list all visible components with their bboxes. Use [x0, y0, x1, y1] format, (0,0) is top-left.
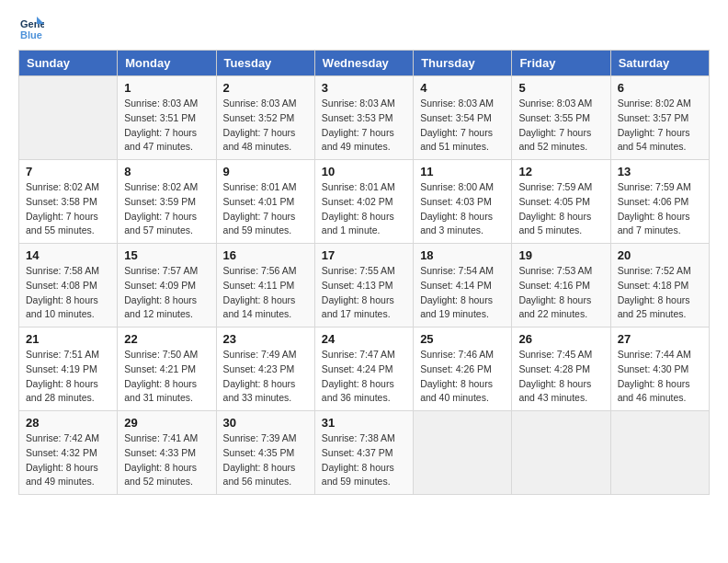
day-info: Sunrise: 7:44 AMSunset: 4:30 PMDaylight:… — [618, 348, 702, 406]
day-info: Sunrise: 7:59 AMSunset: 4:06 PMDaylight:… — [618, 180, 702, 238]
day-number: 23 — [223, 332, 308, 346]
day-cell: 18Sunrise: 7:54 AMSunset: 4:14 PMDayligh… — [414, 244, 512, 327]
day-info: Sunrise: 7:45 AMSunset: 4:28 PMDaylight:… — [518, 348, 603, 406]
day-cell: 22Sunrise: 7:50 AMSunset: 4:21 PMDayligh… — [118, 327, 216, 411]
day-info: Sunrise: 8:02 AMSunset: 3:59 PMDaylight:… — [124, 180, 209, 238]
day-number: 15 — [124, 248, 209, 262]
week-row-2: 7Sunrise: 8:02 AMSunset: 3:58 PMDaylight… — [19, 160, 710, 244]
day-info: Sunrise: 7:50 AMSunset: 4:21 PMDaylight:… — [124, 348, 209, 406]
day-cell: 27Sunrise: 7:44 AMSunset: 4:30 PMDayligh… — [610, 327, 709, 411]
svg-text:Blue: Blue — [20, 29, 42, 40]
day-number: 27 — [618, 332, 702, 346]
day-cell: 10Sunrise: 8:01 AMSunset: 4:02 PMDayligh… — [314, 160, 413, 244]
header-row: SundayMondayTuesdayWednesdayThursdayFrid… — [19, 51, 710, 76]
day-number: 10 — [322, 165, 406, 178]
day-cell: 21Sunrise: 7:51 AMSunset: 4:19 PMDayligh… — [19, 327, 118, 411]
day-number: 4 — [420, 81, 505, 95]
day-cell: 6Sunrise: 8:02 AMSunset: 3:57 PMDaylight… — [610, 76, 709, 160]
day-cell: 2Sunrise: 8:03 AMSunset: 3:52 PMDaylight… — [216, 76, 314, 160]
day-number: 20 — [618, 248, 702, 262]
day-number: 3 — [322, 81, 406, 95]
day-cell: 9Sunrise: 8:01 AMSunset: 4:01 PMDaylight… — [216, 160, 314, 244]
day-number: 9 — [223, 165, 308, 178]
day-number: 7 — [26, 165, 110, 178]
day-number: 26 — [518, 332, 603, 346]
day-cell: 17Sunrise: 7:55 AMSunset: 4:13 PMDayligh… — [314, 244, 413, 327]
week-row-1: 1Sunrise: 8:03 AMSunset: 3:51 PMDaylight… — [19, 76, 710, 160]
day-info: Sunrise: 7:47 AMSunset: 4:24 PMDaylight:… — [322, 348, 406, 406]
day-cell: 19Sunrise: 7:53 AMSunset: 4:16 PMDayligh… — [512, 244, 610, 327]
day-info: Sunrise: 7:39 AMSunset: 4:35 PMDaylight:… — [223, 431, 308, 489]
day-cell: 11Sunrise: 8:00 AMSunset: 4:03 PMDayligh… — [414, 160, 512, 244]
day-cell: 20Sunrise: 7:52 AMSunset: 4:18 PMDayligh… — [610, 244, 709, 327]
day-info: Sunrise: 7:54 AMSunset: 4:14 PMDaylight:… — [420, 264, 505, 322]
day-cell: 8Sunrise: 8:02 AMSunset: 3:59 PMDaylight… — [118, 160, 216, 244]
day-info: Sunrise: 7:51 AMSunset: 4:19 PMDaylight:… — [26, 348, 110, 406]
day-cell: 29Sunrise: 7:41 AMSunset: 4:33 PMDayligh… — [118, 411, 216, 495]
day-number: 12 — [518, 165, 603, 178]
day-cell: 31Sunrise: 7:38 AMSunset: 4:37 PMDayligh… — [314, 411, 413, 495]
day-number: 16 — [223, 248, 308, 262]
day-number: 28 — [26, 416, 110, 430]
day-info: Sunrise: 8:02 AMSunset: 3:58 PMDaylight:… — [26, 180, 110, 238]
header-cell-thursday: Thursday — [414, 51, 512, 76]
day-cell: 28Sunrise: 7:42 AMSunset: 4:32 PMDayligh… — [19, 411, 118, 495]
day-cell — [19, 76, 118, 160]
day-number: 8 — [124, 165, 209, 178]
day-number: 5 — [518, 81, 603, 95]
day-info: Sunrise: 8:03 AMSunset: 3:51 PMDaylight:… — [124, 97, 209, 155]
day-info: Sunrise: 8:00 AMSunset: 4:03 PMDaylight:… — [420, 180, 505, 238]
day-number: 30 — [223, 416, 308, 430]
day-number: 18 — [420, 248, 505, 262]
day-number: 11 — [420, 165, 505, 178]
page-header: General Blue — [18, 15, 710, 40]
day-cell: 30Sunrise: 7:39 AMSunset: 4:35 PMDayligh… — [216, 411, 314, 495]
day-cell: 12Sunrise: 7:59 AMSunset: 4:05 PMDayligh… — [512, 160, 610, 244]
day-cell: 15Sunrise: 7:57 AMSunset: 4:09 PMDayligh… — [118, 244, 216, 327]
day-info: Sunrise: 7:59 AMSunset: 4:05 PMDaylight:… — [518, 180, 603, 238]
day-info: Sunrise: 7:58 AMSunset: 4:08 PMDaylight:… — [26, 264, 110, 322]
day-info: Sunrise: 8:03 AMSunset: 3:54 PMDaylight:… — [420, 97, 505, 155]
calendar-table: SundayMondayTuesdayWednesdayThursdayFrid… — [18, 50, 710, 495]
day-number: 1 — [124, 81, 209, 95]
day-number: 21 — [26, 332, 110, 346]
day-info: Sunrise: 8:03 AMSunset: 3:53 PMDaylight:… — [322, 97, 406, 155]
day-number: 19 — [518, 248, 603, 262]
day-info: Sunrise: 7:55 AMSunset: 4:13 PMDaylight:… — [322, 264, 406, 322]
week-row-3: 14Sunrise: 7:58 AMSunset: 4:08 PMDayligh… — [19, 244, 710, 327]
header-cell-wednesday: Wednesday — [314, 51, 413, 76]
day-cell: 14Sunrise: 7:58 AMSunset: 4:08 PMDayligh… — [19, 244, 118, 327]
header-cell-friday: Friday — [512, 51, 610, 76]
day-number: 24 — [322, 332, 406, 346]
day-cell — [610, 411, 709, 495]
day-info: Sunrise: 8:01 AMSunset: 4:01 PMDaylight:… — [223, 180, 308, 238]
day-info: Sunrise: 7:46 AMSunset: 4:26 PMDaylight:… — [420, 348, 505, 406]
header-cell-tuesday: Tuesday — [216, 51, 314, 76]
day-info: Sunrise: 8:03 AMSunset: 3:55 PMDaylight:… — [518, 97, 603, 155]
day-cell: 16Sunrise: 7:56 AMSunset: 4:11 PMDayligh… — [216, 244, 314, 327]
day-cell: 23Sunrise: 7:49 AMSunset: 4:23 PMDayligh… — [216, 327, 314, 411]
day-cell: 7Sunrise: 8:02 AMSunset: 3:58 PMDaylight… — [19, 160, 118, 244]
day-info: Sunrise: 8:01 AMSunset: 4:02 PMDaylight:… — [322, 180, 406, 238]
header-cell-sunday: Sunday — [19, 51, 118, 76]
day-number: 17 — [322, 248, 406, 262]
day-number: 14 — [26, 248, 110, 262]
day-cell — [414, 411, 512, 495]
day-info: Sunrise: 7:41 AMSunset: 4:33 PMDaylight:… — [124, 431, 209, 489]
week-row-5: 28Sunrise: 7:42 AMSunset: 4:32 PMDayligh… — [19, 411, 710, 495]
day-number: 31 — [322, 416, 406, 430]
day-info: Sunrise: 7:38 AMSunset: 4:37 PMDaylight:… — [322, 431, 406, 489]
day-cell — [512, 411, 610, 495]
header-cell-monday: Monday — [118, 51, 216, 76]
day-cell: 24Sunrise: 7:47 AMSunset: 4:24 PMDayligh… — [314, 327, 413, 411]
day-info: Sunrise: 7:52 AMSunset: 4:18 PMDaylight:… — [618, 264, 702, 322]
day-cell: 3Sunrise: 8:03 AMSunset: 3:53 PMDaylight… — [314, 76, 413, 160]
day-info: Sunrise: 7:56 AMSunset: 4:11 PMDaylight:… — [223, 264, 308, 322]
day-cell: 25Sunrise: 7:46 AMSunset: 4:26 PMDayligh… — [414, 327, 512, 411]
day-number: 2 — [223, 81, 308, 95]
day-info: Sunrise: 7:57 AMSunset: 4:09 PMDaylight:… — [124, 264, 209, 322]
day-number: 22 — [124, 332, 209, 346]
logo: General Blue — [18, 15, 48, 40]
day-cell: 13Sunrise: 7:59 AMSunset: 4:06 PMDayligh… — [610, 160, 709, 244]
day-info: Sunrise: 8:02 AMSunset: 3:57 PMDaylight:… — [618, 97, 702, 155]
